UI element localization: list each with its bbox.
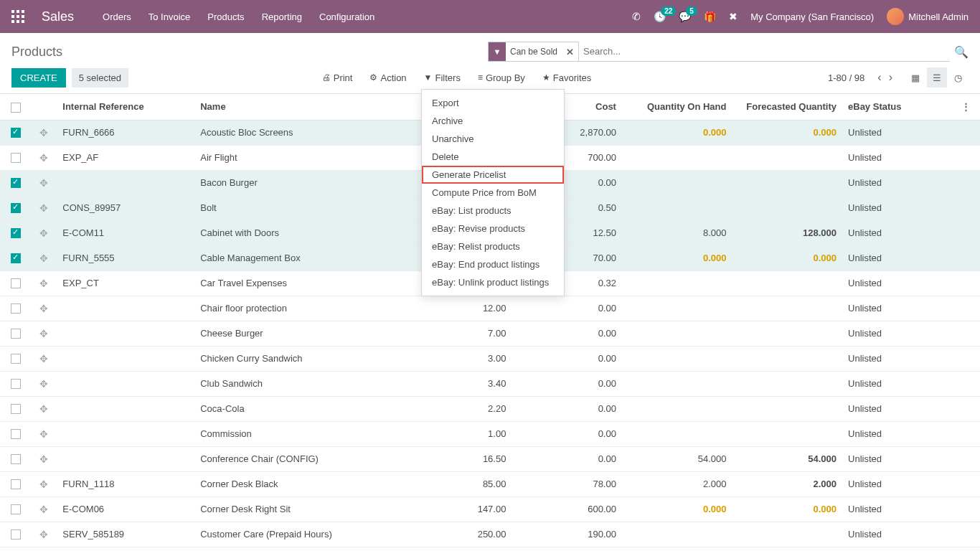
drag-handle-icon[interactable]: ✥ [39,403,48,415]
table-row[interactable]: ✥Club Sandwich3.400.00Unlisted [0,371,980,396]
drag-handle-icon[interactable]: ✥ [39,278,48,289]
view-kanban[interactable]: ▦ [905,67,925,88]
action-item-ebay-end-product-listings[interactable]: eBay: End product listings [422,255,564,273]
drag-handle-icon[interactable]: ✥ [39,428,48,440]
cell-opt [953,522,980,547]
drag-handle-icon[interactable]: ✥ [39,529,48,540]
apps-icon[interactable] [11,10,24,23]
row-checkbox[interactable] [11,203,21,213]
groupby-button[interactable]: ≡Group By [478,72,525,83]
header-ref[interactable]: Internal Reference [57,94,194,120]
row-checkbox[interactable] [11,329,21,339]
drag-handle-icon[interactable]: ✥ [39,253,48,264]
app-title[interactable]: Sales [42,9,74,24]
action-item-ebay-list-products[interactable]: eBay: List products [422,202,564,220]
header-ebay[interactable]: eBay Status [842,94,953,120]
row-checkbox[interactable] [11,429,21,439]
row-checkbox[interactable] [11,303,21,314]
drag-handle-icon[interactable]: ✥ [39,453,48,465]
row-checkbox[interactable] [11,504,21,514]
table-row[interactable]: ✥SERV_585189Customer Care (Prepaid Hours… [0,522,980,547]
row-checkbox[interactable] [11,128,21,138]
select-all-checkbox[interactable] [11,103,21,113]
row-checkbox[interactable] [11,153,21,163]
drag-handle-icon[interactable]: ✥ [39,479,48,490]
table-row[interactable]: ✥Cheese Burger7.000.00Unlisted [0,321,980,346]
row-checkbox[interactable] [11,228,21,238]
header-qty[interactable]: Quantity On Hand [622,94,732,120]
action-item-unarchive[interactable]: Unarchive [422,130,564,148]
cell-qty [622,522,732,547]
drag-handle-icon[interactable]: ✥ [39,152,48,164]
drag-handle-icon[interactable]: ✥ [39,177,48,189]
nav-item-to-invoice[interactable]: To Invoice [149,11,191,22]
row-checkbox[interactable] [11,529,21,540]
view-activity[interactable]: ◷ [948,67,969,88]
view-list[interactable]: ☰ [927,67,947,88]
action-item-archive[interactable]: Archive [422,112,564,130]
selected-count[interactable]: 5 selected [72,68,128,88]
activities-button[interactable]: 🕓22 [654,11,666,22]
drag-handle-icon[interactable]: ✥ [39,202,48,214]
row-checkbox[interactable] [11,454,21,464]
phone-icon[interactable]: ✆ [632,11,641,22]
row-checkbox[interactable] [11,354,21,364]
drag-handle-icon[interactable]: ✥ [39,328,48,339]
print-button[interactable]: 🖨Print [322,72,353,83]
drag-handle-icon[interactable]: ✥ [39,378,48,390]
nav-item-orders[interactable]: Orders [103,11,131,22]
table-row[interactable]: ✥Commission1.000.00Unlisted [0,421,980,446]
drag-handle-icon[interactable]: ✥ [39,127,48,138]
table-row[interactable]: ✥Chair floor protection12.000.00Unlisted [0,296,980,321]
drag-handle-icon[interactable]: ✥ [39,504,48,515]
pager[interactable]: 1-80 / 98 [828,72,864,83]
row-checkbox[interactable] [11,278,21,288]
create-button[interactable]: CREATE [11,68,66,88]
action-item-ebay-revise-products[interactable]: eBay: Revise products [422,220,564,237]
table-row[interactable]: ✥Coca-Cola2.200.00Unlisted [0,396,980,421]
company-selector[interactable]: My Company (San Francisco) [750,11,874,22]
nav-item-reporting[interactable]: Reporting [262,11,302,22]
action-item-ebay-relist-products[interactable]: eBay: Relist products [422,237,564,255]
nav-item-products[interactable]: Products [207,11,244,22]
header-name[interactable]: Name [194,94,451,120]
table-row[interactable]: ✥Customizable Desk (CONFIG)750.000.00345… [0,547,980,548]
search-icon[interactable]: 🔍 [954,45,969,59]
action-button[interactable]: ⚙Action [369,72,406,83]
column-options[interactable]: ⋮ [961,101,971,112]
table-row[interactable]: ✥E-COM06Corner Desk Right Sit147.00600.0… [0,496,980,522]
header-fqty[interactable]: Forecasted Quantity [732,94,842,120]
discuss-button[interactable]: 💬5 [679,11,691,22]
nav-item-configuration[interactable]: Configuration [319,11,374,22]
cell-fqty: 0.000 [732,120,842,145]
cell-qty [622,371,732,396]
facet-remove[interactable]: ✕ [562,47,578,57]
cell-ebay: Unlisted [842,346,953,371]
table-row[interactable]: ✥Chicken Curry Sandwich3.000.00Unlisted [0,346,980,371]
action-label: Action [380,72,406,83]
filters-button[interactable]: ▼Filters [424,72,461,83]
drag-handle-icon[interactable]: ✥ [39,227,48,239]
row-checkbox[interactable] [11,404,21,414]
cell-opt [953,170,980,195]
row-checkbox[interactable] [11,178,21,188]
action-item-delete[interactable]: Delete [422,148,564,166]
action-item-compute-price-from-bom[interactable]: Compute Price from BoM [422,184,564,202]
action-item-generate-pricelist[interactable]: Generate Pricelist [422,166,564,184]
action-item-ebay-unlink-product-listings[interactable]: eBay: Unlink product listings [422,273,564,291]
table-row[interactable]: ✥FURN_1118Corner Desk Black85.0078.002.0… [0,471,980,496]
row-checkbox[interactable] [11,479,21,489]
gift-icon[interactable]: 🎁 [704,11,716,22]
action-item-export[interactable]: Export [422,94,564,112]
drag-handle-icon[interactable]: ✥ [39,353,48,364]
pager-prev[interactable]: ‹ [877,71,881,84]
row-checkbox[interactable] [11,253,21,263]
table-row[interactable]: ✥Conference Chair (CONFIG)16.500.0054.00… [0,446,980,471]
drag-handle-icon[interactable]: ✥ [39,303,48,314]
favorites-button[interactable]: ★Favorites [542,72,591,83]
tools-icon[interactable]: ✖ [729,11,738,22]
pager-next[interactable]: › [889,71,892,84]
row-checkbox[interactable] [11,379,21,389]
user-menu[interactable]: Mitchell Admin [887,8,969,25]
search-input[interactable] [579,42,950,62]
